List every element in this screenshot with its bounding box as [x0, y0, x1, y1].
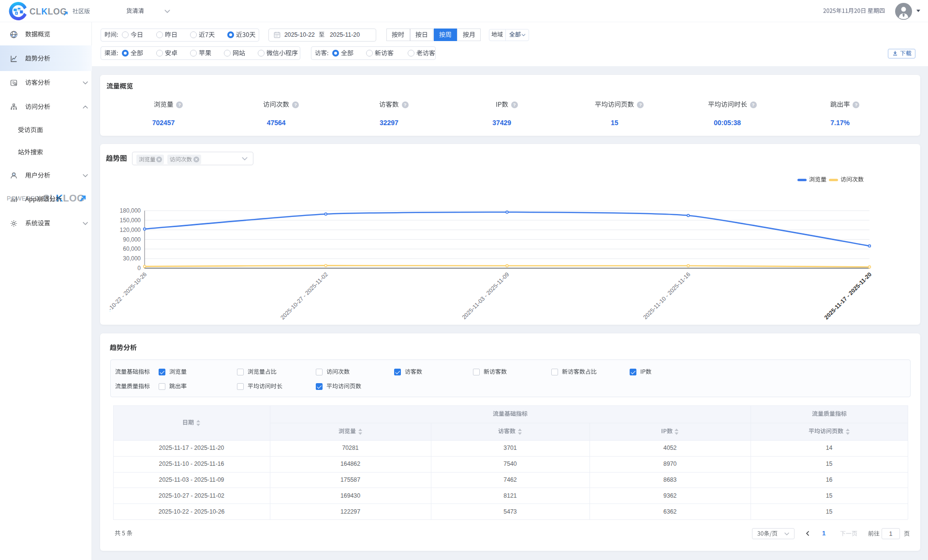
svg-text:90,000: 90,000: [123, 236, 141, 243]
svg-text:2025-10-27 - 2025-11-02: 2025-10-27 - 2025-11-02: [279, 271, 329, 321]
svg-text:60,000: 60,000: [123, 245, 141, 252]
svg-text:2025-11-10 - 2025-11-16: 2025-11-10 - 2025-11-16: [642, 271, 692, 320]
svg-text:2025-10-22 - 2025-10-26: 2025-10-22 - 2025-10-26: [110, 271, 148, 321]
svg-text:2025-11-03 - 2025-11-09: 2025-11-03 - 2025-11-09: [461, 271, 511, 320]
svg-text:2025-11-17 - 2025-11-20: 2025-11-17 - 2025-11-20: [823, 271, 873, 321]
svg-text:180,000: 180,000: [120, 207, 141, 214]
svg-text:30,000: 30,000: [123, 255, 141, 262]
svg-text:150,000: 150,000: [120, 217, 141, 224]
svg-text:0: 0: [137, 265, 141, 272]
svg-text:120,000: 120,000: [120, 227, 141, 233]
